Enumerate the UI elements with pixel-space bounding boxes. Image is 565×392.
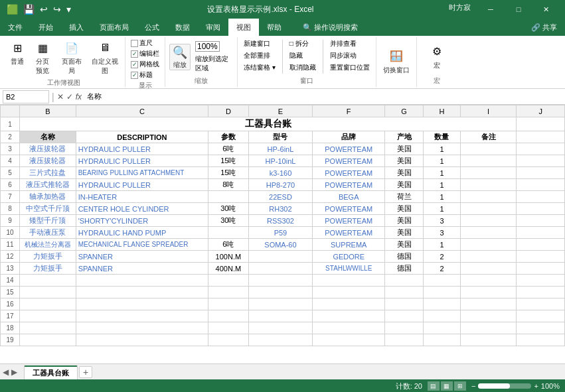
cell-h7[interactable]: 1 — [424, 191, 461, 203]
cell-g3[interactable]: 美国 — [385, 143, 424, 155]
col-header-e[interactable]: E — [248, 105, 313, 117]
cell-h4[interactable]: 1 — [424, 155, 461, 167]
normal-view-button[interactable]: ⊞ 普通 — [7, 38, 28, 68]
gridlines-checkbox[interactable]: ✓ — [131, 61, 138, 68]
cell-f13[interactable]: STAHLWWILLE — [313, 263, 385, 275]
cell-e11[interactable]: SOMA-60 — [248, 239, 313, 251]
cell-c12[interactable]: SPANNER — [76, 251, 208, 263]
tab-view[interactable]: 视图 — [228, 19, 259, 36]
undo-icon[interactable]: ↩ — [39, 4, 49, 15]
zoom-100-button[interactable]: 100% — [193, 40, 233, 52]
header-h2[interactable]: 数量 — [424, 131, 461, 143]
cell-e8[interactable]: RH302 — [248, 203, 313, 215]
zoom-selection-button[interactable]: 缩放到选定区域 — [193, 54, 233, 74]
header-g2[interactable]: 产地 — [385, 131, 424, 143]
header-f2[interactable]: 品牌 — [313, 131, 385, 143]
formula-cancel-icon[interactable]: ✕ — [57, 92, 64, 101]
header-b2[interactable]: 名称 — [20, 131, 76, 143]
formula-bar-checkbox-row[interactable]: ✓ 编辑栏 — [131, 49, 159, 58]
cell-e5[interactable]: k3-160 — [248, 167, 313, 179]
side-by-side-button[interactable]: 并排查看 — [328, 38, 372, 49]
cell-e13[interactable] — [248, 263, 313, 275]
cell-c9[interactable]: 'SHORTY'CYLINDER — [76, 215, 208, 227]
formula-confirm-icon[interactable]: ✓ — [66, 92, 73, 101]
cell-g7[interactable]: 荷兰 — [385, 191, 424, 203]
col-header-d[interactable]: D — [208, 105, 248, 117]
cell-j8[interactable] — [517, 203, 565, 215]
cell-g10[interactable]: 美国 — [385, 227, 424, 239]
cell-c5[interactable]: BEARING PULLING ATTACHMENT — [76, 167, 208, 179]
cell-i13[interactable] — [460, 263, 517, 275]
share-button[interactable]: 🔗 共享 — [523, 19, 565, 36]
col-header-h[interactable]: H — [424, 105, 461, 117]
header-j2[interactable] — [517, 131, 565, 143]
switch-window-button[interactable]: 🪟 切换窗口 — [380, 47, 412, 76]
headings-checkbox[interactable]: ✓ — [131, 72, 138, 79]
cell-j4[interactable] — [517, 155, 565, 167]
header-e2[interactable]: 型号 — [248, 131, 313, 143]
close-button[interactable]: ✕ — [533, 3, 560, 16]
customize-qat-icon[interactable]: ▾ — [65, 4, 72, 15]
freeze-button[interactable]: 冻结窗格 ▾ — [242, 62, 278, 73]
cell-b11[interactable]: 机械法兰分离器 — [20, 239, 76, 251]
cell-h6[interactable]: 1 — [424, 179, 461, 191]
reset-position-button[interactable]: 重置窗口位置 — [328, 62, 372, 73]
page-break-status-button[interactable]: ⊞ — [454, 381, 466, 391]
col-header-c[interactable]: C — [76, 105, 208, 117]
cell-g5[interactable]: 美国 — [385, 167, 424, 179]
tab-insert[interactable]: 插入 — [61, 19, 92, 36]
cell-d9[interactable]: 30吨 — [208, 215, 248, 227]
cell-h3[interactable]: 1 — [424, 143, 461, 155]
tab-review[interactable]: 审阅 — [198, 19, 228, 36]
cell-j7[interactable] — [517, 191, 565, 203]
hide-button[interactable]: 隐藏 — [287, 50, 318, 61]
cell-i5[interactable] — [460, 167, 517, 179]
zoom-slider[interactable] — [478, 383, 531, 389]
header-c2[interactable]: DESCRIPTION — [76, 131, 208, 143]
cell-g12[interactable]: 德国 — [385, 251, 424, 263]
name-box[interactable]: B2 — [3, 90, 49, 103]
ruler-checkbox-row[interactable]: 直尺 — [131, 38, 159, 48]
cell-f5[interactable]: POWERTEAM — [313, 167, 385, 179]
cell-i12[interactable] — [460, 251, 517, 263]
cell-j5[interactable] — [517, 167, 565, 179]
cell-i10[interactable] — [460, 227, 517, 239]
normal-view-status-button[interactable]: ▤ — [428, 381, 440, 391]
cell-j12[interactable] — [517, 251, 565, 263]
cell-e12[interactable] — [248, 251, 313, 263]
cell-f7[interactable]: BEGA — [313, 191, 385, 203]
cell-d7[interactable] — [208, 191, 248, 203]
cell-e10[interactable]: P59 — [248, 227, 313, 239]
redo-icon[interactable]: ↪ — [52, 4, 62, 15]
col-header-b[interactable]: B — [20, 105, 76, 117]
split-button[interactable]: □ 拆分 — [287, 38, 318, 49]
zoom-in-icon[interactable]: + — [534, 382, 538, 390]
cell-c4[interactable]: HYDRAULIC PULLER — [76, 155, 208, 167]
cell-i7[interactable] — [460, 191, 517, 203]
cell-c10[interactable]: HYDRAULIC HAND PUMP — [76, 227, 208, 239]
col-header-f[interactable]: F — [313, 105, 385, 117]
tab-search[interactable]: 🔍 操作说明搜索 — [295, 19, 366, 36]
formula-bar-checkbox[interactable]: ✓ — [131, 50, 138, 58]
cell-f6[interactable]: POWERTEAM — [313, 179, 385, 191]
sheet-tab-tools[interactable]: 工器具台账 — [24, 365, 78, 379]
save-icon[interactable]: 💾 — [22, 4, 36, 15]
page-layout-status-button[interactable]: ▦ — [441, 381, 453, 391]
unhide-button[interactable]: 取消隐藏 — [287, 62, 318, 73]
cell-g6[interactable]: 美国 — [385, 179, 424, 191]
cell-j13[interactable] — [517, 263, 565, 275]
cell-b10[interactable]: 手动液压泵 — [20, 227, 76, 239]
new-window-button[interactable]: 新建窗口 — [242, 38, 278, 49]
cell-j1[interactable] — [517, 117, 565, 131]
formula-input[interactable] — [84, 93, 562, 101]
cell-g4[interactable]: 美国 — [385, 155, 424, 167]
tab-home[interactable]: 开始 — [31, 19, 61, 36]
cell-i6[interactable] — [460, 179, 517, 191]
cell-e4[interactable]: HP-10inL — [248, 155, 313, 167]
macros-button[interactable]: ⚙ 宏 — [426, 42, 447, 72]
cell-b13[interactable]: 力矩扳手 — [20, 263, 76, 275]
cell-b6[interactable]: 液压式推轮器 — [20, 179, 76, 191]
cell-j10[interactable] — [517, 227, 565, 239]
cell-d10[interactable] — [208, 227, 248, 239]
cell-j3[interactable] — [517, 143, 565, 155]
